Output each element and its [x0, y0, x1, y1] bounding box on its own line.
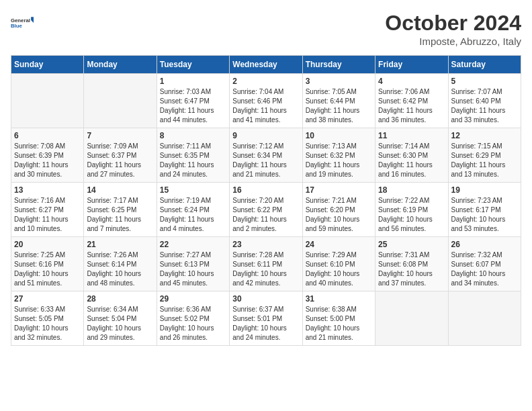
day-info: Sunrise: 7:22 AM Sunset: 6:19 PM Dayligh… [378, 196, 445, 234]
day-cell: 24Sunrise: 7:29 AM Sunset: 6:10 PM Dayli… [302, 237, 375, 291]
day-cell: 9Sunrise: 7:12 AM Sunset: 6:34 PM Daylig… [230, 128, 302, 183]
day-info: Sunrise: 6:33 AM Sunset: 5:05 PM Dayligh… [14, 305, 81, 342]
day-cell: 14Sunrise: 7:17 AM Sunset: 6:25 PM Dayli… [84, 183, 157, 237]
day-info: Sunrise: 6:36 AM Sunset: 5:02 PM Dayligh… [160, 305, 226, 342]
week-row-2: 6Sunrise: 7:08 AM Sunset: 6:39 PM Daylig… [11, 128, 521, 183]
header-monday: Monday [84, 56, 157, 74]
day-number: 15 [160, 185, 226, 195]
week-row-3: 13Sunrise: 7:16 AM Sunset: 6:27 PM Dayli… [11, 183, 521, 237]
day-info: Sunrise: 7:04 AM Sunset: 6:46 PM Dayligh… [232, 87, 299, 125]
day-info: Sunrise: 7:27 AM Sunset: 6:13 PM Dayligh… [160, 250, 226, 288]
header-thursday: Thursday [302, 56, 375, 74]
day-cell: 20Sunrise: 7:25 AM Sunset: 6:16 PM Dayli… [11, 237, 84, 291]
day-number: 19 [451, 185, 518, 195]
day-number: 9 [232, 131, 299, 140]
day-cell: 1Sunrise: 7:03 AM Sunset: 6:47 PM Daylig… [157, 74, 229, 128]
day-cell: 18Sunrise: 7:22 AM Sunset: 6:19 PM Dayli… [375, 183, 448, 237]
day-cell: 10Sunrise: 7:13 AM Sunset: 6:32 PM Dayli… [302, 128, 375, 183]
day-number: 17 [306, 185, 372, 195]
day-cell: 4Sunrise: 7:06 AM Sunset: 6:42 PM Daylig… [375, 74, 448, 128]
day-info: Sunrise: 6:38 AM Sunset: 5:00 PM Dayligh… [306, 305, 372, 342]
day-number: 2 [232, 77, 299, 86]
day-info: Sunrise: 7:25 AM Sunset: 6:16 PM Dayligh… [14, 250, 81, 288]
title-block: October 2024 Imposte, Abruzzo, Italy [385, 11, 521, 47]
day-cell: 15Sunrise: 7:19 AM Sunset: 6:24 PM Dayli… [157, 183, 229, 237]
day-info: Sunrise: 7:26 AM Sunset: 6:14 PM Dayligh… [87, 250, 153, 288]
day-info: Sunrise: 7:05 AM Sunset: 6:44 PM Dayligh… [306, 87, 372, 125]
day-number: 5 [451, 77, 518, 86]
page-header: General Blue October 2024 Imposte, Abruz… [11, 11, 521, 47]
day-number: 3 [306, 77, 372, 86]
day-cell: 2Sunrise: 7:04 AM Sunset: 6:46 PM Daylig… [230, 74, 302, 128]
day-number: 26 [451, 240, 518, 249]
day-info: Sunrise: 6:34 AM Sunset: 5:04 PM Dayligh… [87, 305, 153, 342]
day-cell: 16Sunrise: 7:20 AM Sunset: 6:22 PM Dayli… [230, 183, 302, 237]
day-cell: 27Sunrise: 6:33 AM Sunset: 5:05 PM Dayli… [11, 291, 84, 346]
day-number: 4 [378, 77, 445, 86]
day-number: 20 [14, 240, 81, 249]
day-number: 21 [87, 240, 153, 249]
day-info: Sunrise: 7:07 AM Sunset: 6:40 PM Dayligh… [451, 87, 518, 125]
day-cell: 17Sunrise: 7:21 AM Sunset: 6:20 PM Dayli… [302, 183, 375, 237]
day-cell: 6Sunrise: 7:08 AM Sunset: 6:39 PM Daylig… [11, 128, 84, 183]
day-cell: 11Sunrise: 7:14 AM Sunset: 6:30 PM Dayli… [375, 128, 448, 183]
day-number: 14 [87, 185, 153, 195]
day-cell: 22Sunrise: 7:27 AM Sunset: 6:13 PM Dayli… [157, 237, 229, 291]
day-info: Sunrise: 6:37 AM Sunset: 5:01 PM Dayligh… [232, 305, 299, 342]
header-wednesday: Wednesday [230, 56, 302, 74]
day-info: Sunrise: 7:08 AM Sunset: 6:39 PM Dayligh… [14, 142, 81, 179]
day-cell: 19Sunrise: 7:23 AM Sunset: 6:17 PM Dayli… [448, 183, 521, 237]
svg-marker-2 [31, 17, 34, 23]
day-cell: 5Sunrise: 7:07 AM Sunset: 6:40 PM Daylig… [448, 74, 521, 128]
day-info: Sunrise: 7:32 AM Sunset: 6:07 PM Dayligh… [451, 250, 518, 288]
svg-text:Blue: Blue [11, 23, 23, 29]
day-number: 10 [306, 131, 372, 140]
day-number: 16 [232, 185, 299, 195]
day-number: 23 [232, 240, 299, 249]
header-tuesday: Tuesday [157, 56, 229, 74]
day-cell: 13Sunrise: 7:16 AM Sunset: 6:27 PM Dayli… [11, 183, 84, 237]
day-number: 30 [232, 294, 299, 304]
day-number: 31 [306, 294, 372, 304]
week-row-4: 20Sunrise: 7:25 AM Sunset: 6:16 PM Dayli… [11, 237, 521, 291]
day-cell: 8Sunrise: 7:11 AM Sunset: 6:35 PM Daylig… [157, 128, 229, 183]
day-number: 12 [451, 131, 518, 140]
day-cell: 31Sunrise: 6:38 AM Sunset: 5:00 PM Dayli… [302, 291, 375, 346]
day-info: Sunrise: 7:13 AM Sunset: 6:32 PM Dayligh… [306, 142, 372, 179]
day-number: 13 [14, 185, 81, 195]
month-title: October 2024 [385, 11, 521, 36]
day-info: Sunrise: 7:11 AM Sunset: 6:35 PM Dayligh… [160, 142, 226, 179]
day-number: 8 [160, 131, 226, 140]
day-info: Sunrise: 7:03 AM Sunset: 6:47 PM Dayligh… [160, 87, 226, 125]
header-saturday: Saturday [448, 56, 521, 74]
day-info: Sunrise: 7:19 AM Sunset: 6:24 PM Dayligh… [160, 196, 226, 234]
day-number: 11 [378, 131, 445, 140]
day-cell: 28Sunrise: 6:34 AM Sunset: 5:04 PM Dayli… [84, 291, 157, 346]
day-number: 25 [378, 240, 445, 249]
day-cell: 12Sunrise: 7:15 AM Sunset: 6:29 PM Dayli… [448, 128, 521, 183]
calendar-table: SundayMondayTuesdayWednesdayThursdayFrid… [11, 55, 521, 346]
day-cell: 7Sunrise: 7:09 AM Sunset: 6:37 PM Daylig… [84, 128, 157, 183]
day-cell: 30Sunrise: 6:37 AM Sunset: 5:01 PM Dayli… [230, 291, 302, 346]
day-cell: 29Sunrise: 6:36 AM Sunset: 5:02 PM Dayli… [157, 291, 229, 346]
day-number: 24 [306, 240, 372, 249]
logo: General Blue [11, 11, 34, 35]
day-info: Sunrise: 7:31 AM Sunset: 6:08 PM Dayligh… [378, 250, 445, 288]
day-number: 1 [160, 77, 226, 86]
day-info: Sunrise: 7:16 AM Sunset: 6:27 PM Dayligh… [14, 196, 81, 234]
day-info: Sunrise: 7:15 AM Sunset: 6:29 PM Dayligh… [451, 142, 518, 179]
day-info: Sunrise: 7:23 AM Sunset: 6:17 PM Dayligh… [451, 196, 518, 234]
day-info: Sunrise: 7:28 AM Sunset: 6:11 PM Dayligh… [232, 250, 299, 288]
week-row-5: 27Sunrise: 6:33 AM Sunset: 5:05 PM Dayli… [11, 291, 521, 346]
day-number: 7 [87, 131, 153, 140]
day-cell [448, 291, 521, 346]
header-row: SundayMondayTuesdayWednesdayThursdayFrid… [11, 56, 521, 74]
day-info: Sunrise: 7:17 AM Sunset: 6:25 PM Dayligh… [87, 196, 153, 234]
day-info: Sunrise: 7:14 AM Sunset: 6:30 PM Dayligh… [378, 142, 445, 179]
day-cell [84, 74, 157, 128]
header-friday: Friday [375, 56, 448, 74]
day-number: 27 [14, 294, 81, 304]
day-number: 18 [378, 185, 445, 195]
day-info: Sunrise: 7:29 AM Sunset: 6:10 PM Dayligh… [306, 250, 372, 288]
day-cell: 25Sunrise: 7:31 AM Sunset: 6:08 PM Dayli… [375, 237, 448, 291]
